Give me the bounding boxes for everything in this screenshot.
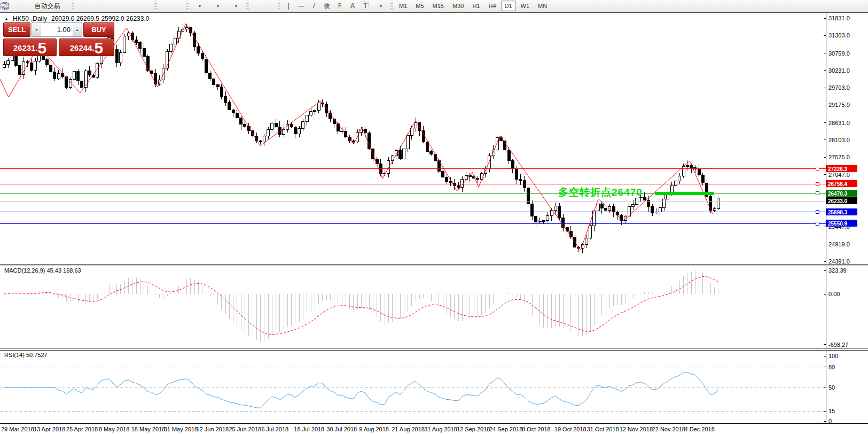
tab-timeframe-m15[interactable]: M15	[429, 1, 448, 11]
time-axis[interactable]: 29 Mar 201813 Apr 201825 Apr 20188 May 2…	[0, 424, 868, 434]
date-axis-label: 8 Oct 2018	[522, 426, 551, 432]
tab-timeframe-h4[interactable]: H4	[484, 1, 499, 11]
price-tick-label: 27047.0	[828, 172, 850, 178]
new-order-icon[interactable]	[11, 1, 22, 11]
trendline-icon: /	[312, 2, 316, 10]
macd-tick-label: 0.00	[828, 291, 840, 297]
macd-pane[interactable]: 323.390.00-698.27	[0, 266, 868, 348]
pivot-highlight-bar[interactable]	[655, 192, 714, 195]
tab-timeframe-m1[interactable]: M1	[395, 1, 411, 11]
tab-timeframe-m5[interactable]: M5	[412, 1, 427, 11]
date-axis-label: 24 Sep 2018	[489, 426, 522, 432]
candle	[488, 156, 491, 169]
toolbar-grip	[390, 2, 393, 10]
equidistant-channel-button[interactable]: F	[334, 1, 346, 11]
pivot-annotation-text[interactable]: 多空转折点26470	[558, 185, 643, 199]
tab-timeframe-h1[interactable]: H1	[468, 1, 483, 11]
rsi-label: RSI(14) 50.7527	[4, 352, 48, 358]
sell-button[interactable]: SELL	[3, 22, 30, 37]
buy-price-int: 26244.	[70, 41, 95, 55]
candle	[663, 199, 666, 207]
date-axis-label: 30 Jul 2018	[326, 426, 357, 432]
line-chart-button[interactable]	[102, 1, 114, 11]
chevron-up-icon: ▲	[75, 28, 79, 32]
autotrade-button[interactable]: 自动交易	[24, 1, 69, 11]
date-axis-label: 25 Apr 2018	[66, 426, 98, 432]
candlestick-chart-button[interactable]	[89, 1, 101, 11]
volume-increase-button[interactable]: ▲	[73, 23, 82, 36]
price-tick-label: 31831.0	[828, 15, 850, 21]
level-handle[interactable]	[816, 211, 819, 214]
candle	[504, 141, 506, 150]
candle	[341, 131, 343, 131]
auto-scroll-button[interactable]	[159, 1, 171, 11]
chart-shift-button[interactable]	[172, 1, 184, 11]
new-chart-button[interactable]: ▾	[191, 1, 208, 11]
tab-timeframe-mn[interactable]: MN	[534, 1, 551, 11]
candle	[73, 71, 75, 80]
vertical-line-button[interactable]: |	[283, 1, 294, 11]
search-button[interactable]	[840, 1, 852, 11]
toolbar: 单 自动交易 ▾ ▾ ▾ | — / 彼 F A T ▾ M1M5M15M30H…	[0, 0, 868, 12]
chat-icon	[0, 2, 9, 10]
candle	[675, 181, 677, 186]
date-axis-label: 22 Nov 2018	[652, 426, 685, 432]
candle	[53, 72, 56, 79]
level-handle[interactable]	[816, 222, 819, 225]
candle	[302, 121, 304, 128]
cursor-button[interactable]	[251, 1, 263, 11]
rsi-tick-label: 15	[828, 408, 835, 414]
candles	[3, 24, 720, 253]
candle	[45, 59, 48, 65]
tab-timeframe-w1[interactable]: W1	[517, 1, 534, 11]
main-chart[interactable]: 31831.031303.030759.030231.029703.029175…	[0, 13, 868, 264]
tile-windows-button[interactable]	[140, 1, 152, 11]
candle	[546, 215, 549, 220]
candle	[589, 226, 592, 238]
price-tick-label: 29175.0	[828, 102, 850, 108]
text-button[interactable]: A	[347, 1, 358, 11]
fibonacci-button[interactable]: 彼	[321, 1, 333, 11]
rsi-pane[interactable]: 1008050150	[0, 351, 868, 424]
chart-symbol-label: HK50-,Daily	[13, 15, 47, 22]
date-axis-label: 18 Jul 2018	[294, 426, 324, 432]
level-handle[interactable]	[816, 167, 819, 170]
candle	[228, 102, 231, 110]
candle	[294, 127, 296, 134]
horizontal-line-button[interactable]: —	[295, 1, 307, 11]
buy-button[interactable]: BUY	[83, 22, 114, 37]
candle	[216, 85, 219, 87]
rsi-tick-label: 80	[828, 364, 835, 370]
candle	[306, 115, 308, 122]
chat-button[interactable]	[853, 1, 865, 11]
arrows-button[interactable]: ▾	[372, 1, 388, 11]
volume-input[interactable]	[41, 23, 73, 36]
tab-timeframe-m30[interactable]: M30	[449, 1, 467, 11]
buy-price[interactable]: 26244.5	[59, 38, 114, 56]
zoom-in-button[interactable]	[115, 1, 127, 11]
candle	[170, 44, 173, 52]
candle	[562, 218, 565, 228]
tab-timeframe-d1[interactable]: D1	[501, 1, 516, 11]
volume-decrease-button[interactable]: ▼	[32, 23, 41, 36]
chart-collapse-icon[interactable]: ▲	[4, 17, 9, 21]
level-handle[interactable]	[816, 182, 819, 185]
candle	[515, 169, 518, 180]
candle	[50, 65, 52, 72]
crosshair-button[interactable]	[264, 1, 276, 11]
trendline-button[interactable]: /	[308, 1, 320, 11]
profiles-button[interactable]: ▾	[209, 1, 226, 11]
candle	[496, 137, 498, 150]
candle	[476, 179, 479, 180]
date-axis-label: 6 Jul 2018	[261, 426, 288, 432]
bar-chart-button[interactable]	[76, 1, 88, 11]
zoom-out-button[interactable]	[128, 1, 139, 11]
candle	[123, 36, 126, 53]
sell-price[interactable]: 26231.5	[3, 38, 57, 56]
text-label-button[interactable]: T	[359, 1, 371, 11]
indicators-button[interactable]: ▾	[227, 1, 244, 11]
equidistant-channel-icon: F	[338, 3, 341, 9]
level-handle[interactable]	[816, 192, 819, 195]
candle	[538, 221, 541, 222]
date-axis-label: 4 Dec 2018	[685, 426, 715, 432]
